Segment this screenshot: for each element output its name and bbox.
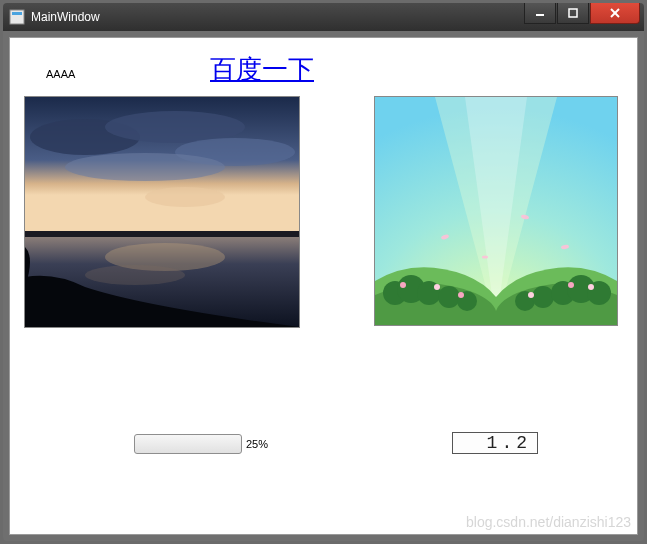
window-title: MainWindow — [31, 10, 100, 24]
close-button[interactable] — [590, 3, 640, 24]
svg-point-30 — [528, 292, 534, 298]
window-frame: AAAA 百度一下 — [3, 31, 644, 541]
progress-track — [134, 434, 242, 454]
svg-point-27 — [400, 282, 406, 288]
progress-bar: 25% — [134, 434, 268, 454]
cartoon-meadow-icon — [375, 97, 617, 325]
svg-point-10 — [65, 153, 225, 181]
watermark: blog.csdn.net/dianzishi123 — [466, 514, 631, 530]
svg-rect-2 — [536, 14, 544, 16]
svg-point-8 — [105, 111, 245, 143]
baidu-link[interactable]: 百度一下 — [210, 52, 314, 87]
svg-point-23 — [532, 286, 554, 308]
titlebar[interactable]: MainWindow — [3, 3, 644, 31]
maximize-button[interactable] — [557, 3, 589, 24]
image-right — [374, 96, 618, 326]
minimize-button[interactable] — [524, 3, 556, 24]
app-icon — [9, 9, 25, 25]
svg-point-15 — [85, 265, 185, 285]
window-controls — [523, 3, 640, 31]
svg-rect-3 — [569, 9, 577, 17]
svg-point-32 — [588, 284, 594, 290]
sunset-photo-icon — [25, 97, 299, 327]
image-left — [24, 96, 300, 328]
label-small: AAAA — [46, 68, 75, 80]
svg-point-36 — [482, 256, 488, 259]
svg-point-28 — [434, 284, 440, 290]
close-icon — [609, 8, 621, 18]
svg-rect-1 — [12, 12, 22, 15]
minimize-icon — [535, 8, 545, 18]
svg-point-11 — [145, 187, 225, 207]
client-area: AAAA 百度一下 — [9, 37, 638, 535]
svg-point-31 — [568, 282, 574, 288]
lcd-display: 1.2 — [452, 432, 538, 454]
window-chrome: MainWindow AAAA 百度一 — [0, 0, 647, 544]
maximize-icon — [568, 8, 578, 18]
progress-label: 25% — [246, 438, 268, 450]
svg-point-20 — [438, 286, 460, 308]
svg-point-29 — [458, 292, 464, 298]
